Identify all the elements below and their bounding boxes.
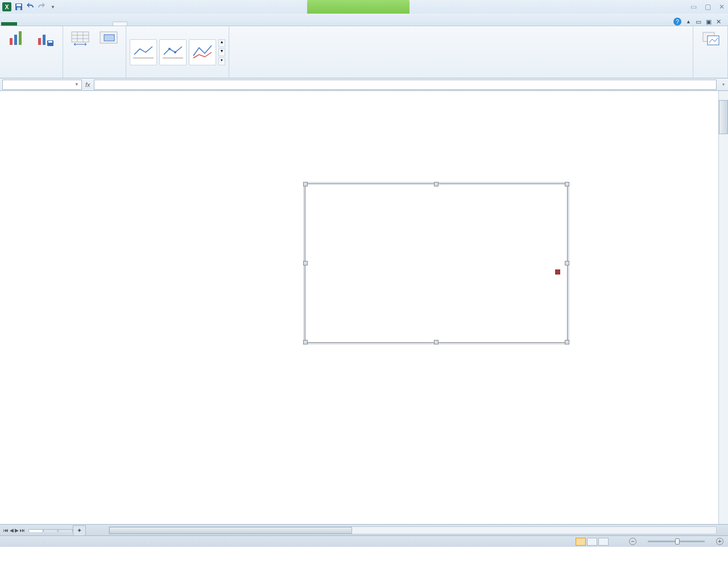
svg-rect-23 <box>191 42 214 63</box>
redo-icon[interactable] <box>36 2 47 12</box>
help-icon[interactable]: ? <box>673 18 681 26</box>
ribbon: ▲ ▼ ▾ <box>0 26 728 78</box>
select-data-button[interactable] <box>95 28 122 49</box>
sheet-tab[interactable] <box>43 529 58 532</box>
layouts-scroll-down[interactable]: ▼ <box>218 48 225 56</box>
svg-rect-2 <box>17 7 20 10</box>
svg-rect-9 <box>48 41 52 43</box>
svg-rect-19 <box>162 42 184 63</box>
tab-chart-layout[interactable] <box>127 22 141 26</box>
svg-point-21 <box>174 51 176 53</box>
status-bar: − + <box>0 535 728 547</box>
zoom-slider[interactable] <box>648 541 705 542</box>
ribbon-group-chart-styles <box>229 26 693 78</box>
maximize-icon[interactable]: ▢ <box>705 3 711 11</box>
chart-tools-contextual-tab <box>307 0 410 14</box>
svg-rect-17 <box>132 42 155 63</box>
svg-rect-4 <box>14 35 17 45</box>
tab-view[interactable] <box>99 22 113 26</box>
tab-file[interactable] <box>1 22 17 26</box>
horizontal-scrollbar[interactable] <box>109 526 717 534</box>
chart-type-icon <box>8 29 26 47</box>
sheet-tab-active[interactable] <box>28 529 43 532</box>
expand-formula-bar-icon[interactable]: ▾ <box>719 82 728 87</box>
tab-formulas[interactable] <box>58 22 72 26</box>
svg-rect-10 <box>72 32 89 42</box>
close-icon[interactable]: ✕ <box>719 3 725 11</box>
select-data-icon <box>100 29 118 47</box>
tab-home[interactable] <box>17 22 31 26</box>
embedded-chart[interactable] <box>305 184 568 343</box>
ribbon-group-type <box>0 26 63 78</box>
excel-icon: X <box>2 2 11 11</box>
ribbon-group-data <box>63 26 126 78</box>
tab-chart-format[interactable] <box>141 22 155 26</box>
resize-handle[interactable] <box>434 340 439 344</box>
ribbon-tabs: ? ▲ ▭ ▣ ✕ <box>0 14 728 26</box>
tab-chart-design[interactable] <box>113 22 127 26</box>
tab-insert[interactable] <box>31 22 44 26</box>
template-icon <box>36 29 55 47</box>
view-normal-button[interactable] <box>576 538 586 546</box>
sheet-tab[interactable] <box>58 529 73 532</box>
vertical-scrollbar[interactable] <box>718 91 728 524</box>
minimize-ribbon-icon[interactable]: ▲ <box>686 19 691 24</box>
undo-icon[interactable] <box>25 2 35 12</box>
sheet-nav-buttons: ⏮ ◀ ▶ ⏭ <box>0 527 28 533</box>
save-icon[interactable] <box>14 2 24 12</box>
resize-handle[interactable] <box>303 340 308 344</box>
fx-icon[interactable]: fx <box>85 81 90 88</box>
sheet-tab-bar: ⏮ ◀ ▶ ⏭ ✦ <box>0 524 728 535</box>
resize-handle[interactable] <box>565 182 569 186</box>
sheet-nav-first[interactable]: ⏮ <box>3 527 9 533</box>
tab-data[interactable] <box>72 22 85 26</box>
chart-layout-option[interactable] <box>189 39 216 65</box>
change-chart-type-button[interactable] <box>3 28 31 49</box>
sheet-nav-last[interactable]: ⏭ <box>20 527 25 533</box>
window-controls: ▭ ▢ ✕ <box>690 3 725 11</box>
minimize-icon[interactable]: ▭ <box>690 3 697 11</box>
view-page-layout-button[interactable] <box>587 538 597 546</box>
svg-rect-16 <box>104 35 114 41</box>
layouts-scroll-up[interactable]: ▲ <box>218 39 225 47</box>
chart-legend[interactable] <box>555 269 562 275</box>
chart-layout-option[interactable] <box>130 39 157 65</box>
worksheet-area[interactable] <box>0 91 728 524</box>
zoom-out-button[interactable]: − <box>629 538 636 545</box>
doc-close-icon[interactable]: ✕ <box>716 18 721 26</box>
layouts-more[interactable]: ▾ <box>218 57 225 65</box>
title-bar: X ▼ ▭ ▢ ✕ <box>0 0 728 14</box>
switch-rc-icon <box>71 29 89 47</box>
formula-bar[interactable] <box>94 80 717 90</box>
chart-plot-area[interactable] <box>317 192 567 311</box>
svg-rect-6 <box>38 38 41 45</box>
formula-bar-row: ▼ fx ▾ <box>0 78 728 91</box>
resize-handle[interactable] <box>303 261 308 265</box>
resize-handle[interactable] <box>434 182 439 186</box>
ribbon-group-location <box>693 26 728 78</box>
resize-handle[interactable] <box>303 182 308 186</box>
view-page-break-button[interactable] <box>598 538 609 546</box>
svg-rect-3 <box>10 38 13 45</box>
svg-point-20 <box>168 48 171 50</box>
doc-restore-icon[interactable]: ▣ <box>706 18 712 26</box>
svg-rect-1 <box>16 4 21 6</box>
legend-swatch <box>555 269 560 275</box>
sheet-nav-prev[interactable]: ◀ <box>10 527 14 533</box>
svg-rect-7 <box>43 35 46 45</box>
quick-access-toolbar: ▼ <box>14 2 58 12</box>
doc-minimize-icon[interactable]: ▭ <box>696 18 701 26</box>
sheet-nav-next[interactable]: ▶ <box>15 527 19 533</box>
ribbon-group-chart-layouts: ▲ ▼ ▾ <box>126 26 229 78</box>
tab-page-layout[interactable] <box>44 22 58 26</box>
new-sheet-button[interactable]: ✦ <box>73 525 86 535</box>
resize-handle[interactable] <box>565 340 569 344</box>
chart-layout-option[interactable] <box>159 39 187 65</box>
qat-dropdown-icon[interactable]: ▼ <box>48 2 58 12</box>
move-chart-button[interactable] <box>697 28 724 49</box>
tab-review[interactable] <box>85 22 99 26</box>
zoom-in-button[interactable]: + <box>716 538 723 545</box>
name-box[interactable]: ▼ <box>2 80 82 90</box>
switch-row-column-button[interactable] <box>67 28 94 49</box>
save-as-template-button[interactable] <box>32 28 59 49</box>
